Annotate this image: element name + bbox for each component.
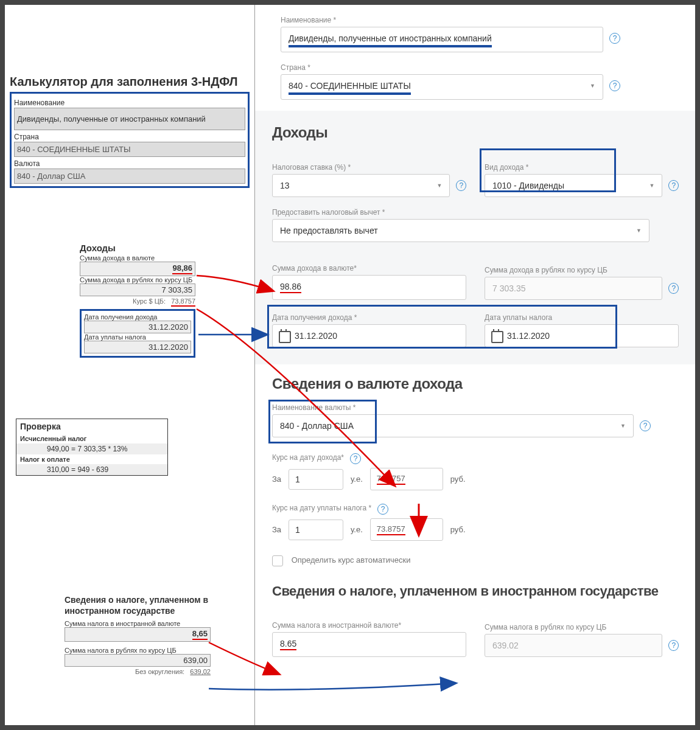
check-box: Проверка Исчисленный налог 949,00 = 7 30… xyxy=(16,419,168,476)
calc-country-label: Страна xyxy=(14,133,245,141)
sum-cur-input[interactable]: 98.86 xyxy=(272,275,466,300)
calc-rate-row: Курс $ ЦБ: 73,8757 xyxy=(80,297,195,307)
rate-pct-select[interactable]: 13 xyxy=(272,174,450,197)
tax-cur-input[interactable]: 8.65 xyxy=(272,632,466,657)
check-due-value: 310,00 = 949 - 639 xyxy=(16,464,167,475)
za-text: За xyxy=(272,474,281,484)
check-calc-value: 949,00 = 7 303,35 * 13% xyxy=(16,443,167,454)
calc-date-pay-label: Дата уплаты налога xyxy=(84,333,191,341)
deduct-select[interactable]: Не предоставлять вычет xyxy=(272,219,649,242)
calc-date-pay-value: 31.12.2020 xyxy=(84,341,191,353)
auto-check-row[interactable]: Определить курс автоматически xyxy=(272,555,679,566)
help-icon[interactable]: ? xyxy=(668,180,679,191)
curinfo-header: Сведения о валюте дохода xyxy=(272,375,679,392)
form-country-label: Страна * xyxy=(281,63,695,72)
form-name-input[interactable]: Дивиденды, полученные от иностранных ком… xyxy=(281,27,603,52)
help-icon[interactable]: ? xyxy=(609,80,620,91)
check-due-label: Налог к оплате xyxy=(16,454,167,464)
rate-pct-label: Налоговая ставка (%) * xyxy=(272,163,466,172)
calc-country-value: 840 - СОЕДИНЕННЫЕ ШТАТЫ xyxy=(14,142,245,157)
rate-in-unit[interactable]: 1 xyxy=(289,469,343,490)
date-pay-input[interactable]: 31.12.2020 xyxy=(485,324,679,347)
help-icon[interactable]: ? xyxy=(640,420,651,431)
curname-select[interactable]: 840 - Доллар США xyxy=(272,414,634,437)
calc-tax-header: Сведения о налоге, уплаченном в иностран… xyxy=(65,594,211,616)
calc-box-main: Наименование Дивиденды, полученные от ин… xyxy=(10,92,250,188)
rub-text: руб. xyxy=(450,474,466,484)
calc-sum-cur-label: Сумма дохода в валюте xyxy=(80,254,195,262)
calc-name-label: Наименование xyxy=(14,99,245,107)
tax-cur-label: Сумма налога в иностранной валюте* xyxy=(272,621,466,630)
sum-rub-input: 7 303.35 xyxy=(485,277,662,300)
rate-pay-unit[interactable]: 1 xyxy=(289,520,343,540)
form-name-label: Наименование * xyxy=(281,16,695,24)
rate-pay-value[interactable]: 73.8757 xyxy=(370,518,443,541)
auto-check-label: Определить курс автоматически xyxy=(292,555,411,565)
calc-income-section: Доходы Сумма дохода в валюте 98,86 Сумма… xyxy=(80,243,195,358)
rate-pay-row: За 1 у.е. 73.8757 руб. xyxy=(272,518,679,541)
income-header: Доходы xyxy=(272,124,679,141)
za-text: За xyxy=(272,525,281,534)
calc-tax-rub-value: 639,00 xyxy=(65,654,211,667)
calc-name-value: Дивиденды, полученные от иностранных ком… xyxy=(14,108,245,130)
check-calc-label: Исчисленный налог xyxy=(16,434,167,443)
form-country-select[interactable]: 840 - СОЕДИНЕННЫЕ ШТАТЫ xyxy=(281,74,603,100)
calc-dates-box: Дата получения дохода 31.12.2020 Дата уп… xyxy=(80,309,195,358)
calc-date-in-value: 31.12.2020 xyxy=(84,321,191,333)
rate-in-label: Курс на дату дохода* ? xyxy=(272,453,679,464)
calc-sum-rub-label: Сумма дохода в рублях по курсу ЦБ xyxy=(80,276,195,283)
calc-income-header: Доходы xyxy=(80,243,195,253)
check-header: Проверка xyxy=(16,419,167,434)
calc-currency-value: 840 - Доллар США xyxy=(14,169,245,184)
date-in-label: Дата получения дохода * xyxy=(272,313,466,322)
calc-sum-rub-value: 7 303,35 xyxy=(80,283,195,296)
deduct-label: Предоставить налоговый вычет * xyxy=(272,208,679,217)
help-icon[interactable]: ? xyxy=(350,453,361,464)
rub-text: руб. xyxy=(450,525,466,534)
calc-currency-label: Валюта xyxy=(14,159,245,168)
calc-date-in-label: Дата получения дохода xyxy=(84,313,191,321)
calculator-title: Калькулятор для заполнения 3-НДФЛ xyxy=(10,75,250,89)
sum-cur-label: Сумма дохода в валюте* xyxy=(272,264,466,273)
calc-tax-noround: Без округления: 639,02 xyxy=(65,668,211,675)
tax-rub-label: Сумма налога в рублях по курсу ЦБ xyxy=(485,623,679,631)
rate-in-value[interactable]: 73.8757 xyxy=(370,468,443,490)
date-in-input[interactable]: 31.12.2020 xyxy=(272,324,466,347)
sum-rub-label: Сумма дохода в рублях по курсу ЦБ xyxy=(485,266,679,274)
calc-tax-section: Сведения о налоге, уплаченном в иностран… xyxy=(65,594,211,675)
checkbox-icon[interactable] xyxy=(272,555,283,566)
calc-tax-cur-label: Сумма налога в иностранной валюте xyxy=(65,620,211,627)
kind-select[interactable]: 1010 - Дивиденды xyxy=(485,174,662,197)
curname-label: Наименование валюты * xyxy=(272,403,679,412)
calc-tax-rub-label: Сумма налога в рублях по курсу ЦБ xyxy=(65,647,211,654)
ue-text: у.е. xyxy=(351,474,363,484)
help-icon[interactable]: ? xyxy=(668,640,679,651)
tax-rub-input: 639.02 xyxy=(485,634,662,657)
help-icon[interactable]: ? xyxy=(668,283,679,294)
help-icon[interactable]: ? xyxy=(456,180,466,191)
ue-text: у.е. xyxy=(351,525,363,534)
date-pay-label: Дата уплаты налога xyxy=(485,313,679,322)
kind-label: Вид дохода * xyxy=(485,163,679,172)
help-icon[interactable]: ? xyxy=(377,504,388,515)
rate-in-row: За 1 у.е. 73.8757 руб. xyxy=(272,468,679,490)
calc-tax-cur-value: 8,65 xyxy=(65,627,211,642)
rate-pay-label: Курс на дату уплаты налога * ? xyxy=(272,504,679,515)
help-icon[interactable]: ? xyxy=(609,33,620,44)
calc-sum-cur-value: 98,86 xyxy=(80,262,195,276)
tax-header: Сведения о налоге, уплаченном в иностран… xyxy=(272,583,679,599)
